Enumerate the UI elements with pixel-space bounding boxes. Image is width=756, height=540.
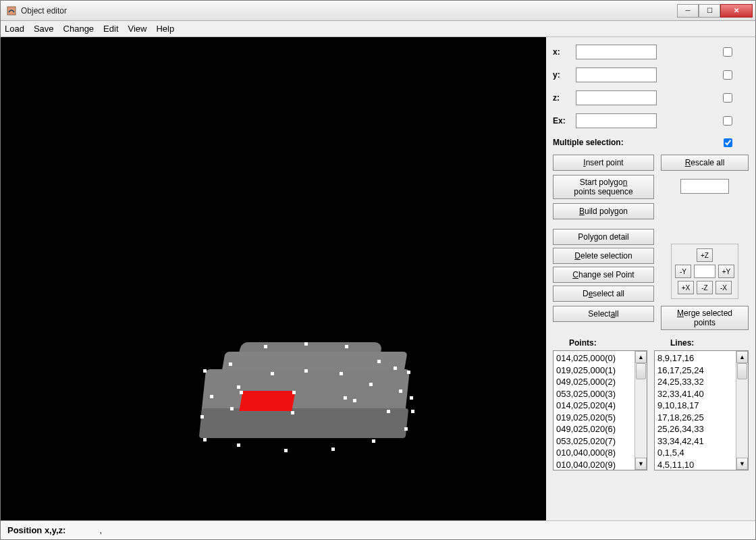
multiple-selection-checkbox[interactable] — [724, 138, 732, 147]
status-value: , — [99, 525, 102, 535]
ex-checkbox[interactable] — [723, 116, 732, 126]
status-label: Position x,y,z: — [7, 525, 65, 535]
statusbar: Position x,y,z: , — [1, 520, 755, 539]
list-item[interactable]: 010,040,000(8) — [556, 447, 632, 459]
y-input[interactable] — [576, 68, 657, 82]
window-title: Object editor — [21, 6, 677, 16]
minimize-button[interactable]: ─ — [677, 4, 699, 18]
scroll-up-icon[interactable]: ▲ — [635, 351, 647, 363]
maximize-button[interactable]: ☐ — [699, 4, 720, 18]
side-panel: x: y: z: Ex: — [546, 37, 755, 520]
menu-save[interactable]: Save — [34, 24, 54, 34]
list-item[interactable]: 4,5,11,10 — [657, 459, 733, 470]
list-item[interactable]: 16,17,25,24 — [657, 364, 733, 377]
scroll-down-icon[interactable]: ▼ — [736, 458, 748, 470]
viewport-3d[interactable] — [1, 37, 546, 520]
insert-point-button[interactable]: IInsert pointnsert point — [553, 155, 654, 171]
points-header: Points: — [553, 338, 647, 348]
ex-input[interactable] — [576, 113, 657, 128]
z-checkbox[interactable] — [723, 93, 732, 103]
list-item[interactable]: 8,9,17,16 — [657, 352, 733, 364]
list-item[interactable]: 049,025,020(6) — [556, 423, 632, 435]
list-item[interactable]: 019,025,020(5) — [556, 412, 632, 424]
ex-label: Ex: — [553, 116, 570, 126]
list-item[interactable]: 33,34,42,41 — [657, 435, 733, 448]
minus-z-button[interactable]: -Z — [697, 281, 713, 294]
x-input[interactable] — [576, 45, 657, 59]
menu-edit[interactable]: Edit — [103, 24, 118, 34]
list-item[interactable]: 9,10,18,17 — [657, 400, 733, 412]
build-polygon-button[interactable]: Build polygon — [553, 203, 654, 219]
scroll-up-icon[interactable]: ▲ — [736, 351, 748, 363]
change-sel-point-button[interactable]: Change sel Point — [553, 267, 654, 283]
list-item[interactable]: 25,26,34,33 — [657, 423, 733, 435]
z-input[interactable] — [576, 90, 657, 105]
x-label: x: — [553, 47, 570, 57]
close-button[interactable]: ✕ — [720, 4, 753, 18]
x-checkbox[interactable] — [723, 47, 732, 57]
deselect-all-button[interactable]: Deselect all — [553, 286, 654, 302]
lines-scrollbar[interactable]: ▲ ▼ — [736, 351, 748, 470]
delete-selection-button[interactable]: Delete selection — [553, 248, 654, 264]
scroll-down-icon[interactable]: ▼ — [635, 458, 647, 470]
model-preview — [196, 342, 412, 457]
list-item[interactable]: 053,025,000(3) — [556, 388, 632, 400]
menu-help[interactable]: Help — [156, 24, 174, 34]
lines-header: Lines: — [654, 338, 749, 348]
start-polygon-button[interactable]: Start polygon points sequence — [553, 175, 654, 199]
y-checkbox[interactable] — [723, 70, 732, 80]
lines-list[interactable]: 8,9,17,1616,17,25,2424,25,33,3232,33,41,… — [654, 350, 749, 470]
list-item[interactable]: 24,25,33,32 — [657, 376, 733, 388]
z-label: z: — [553, 93, 570, 103]
list-item[interactable]: 014,025,020(4) — [556, 400, 632, 412]
menu-change[interactable]: Change — [63, 24, 94, 34]
list-item[interactable]: 053,025,020(7) — [556, 435, 632, 448]
minus-y-button[interactable]: -Y — [675, 265, 691, 278]
plus-z-button[interactable]: +Z — [697, 248, 713, 262]
list-item[interactable]: 0,1,5,4 — [657, 447, 733, 459]
merge-points-button[interactable]: Merge selected points — [661, 306, 749, 330]
select-all-button[interactable]: Select all — [553, 306, 654, 322]
nav-pad: +Z -Y +Y +X -Z -X — [671, 244, 738, 299]
list-item[interactable]: 019,025,000(1) — [556, 364, 632, 377]
nav-value-input[interactable] — [694, 265, 716, 278]
titlebar: Object editor ─ ☐ ✕ — [1, 1, 755, 21]
rescale-all-button[interactable]: Rescale all — [661, 155, 749, 171]
list-item[interactable]: 014,025,000(0) — [556, 352, 632, 364]
points-list[interactable]: 014,025,000(0)019,025,000(1)049,025,000(… — [553, 350, 647, 470]
menubar: Load Save Change Edit View Help — [1, 21, 755, 37]
list-item[interactable]: 049,025,000(2) — [556, 376, 632, 388]
plus-y-button[interactable]: +Y — [718, 265, 734, 278]
multiple-selection-label: Multiple selection: — [553, 138, 624, 147]
plus-x-button[interactable]: +X — [678, 281, 694, 294]
polygon-detail-button[interactable]: Polygon detail — [553, 229, 654, 245]
window-controls: ─ ☐ ✕ — [677, 4, 753, 18]
svg-rect-0 — [7, 7, 16, 15]
y-label: y: — [553, 70, 570, 80]
points-scrollbar[interactable]: ▲ ▼ — [634, 351, 647, 470]
menu-load[interactable]: Load — [5, 24, 24, 34]
minus-x-button[interactable]: -X — [716, 281, 732, 294]
app-icon — [6, 5, 17, 16]
list-item[interactable]: 32,33,41,40 — [657, 388, 733, 400]
menu-view[interactable]: View — [128, 24, 147, 34]
list-item[interactable]: 010,040,020(9) — [556, 459, 632, 470]
rescale-input[interactable] — [680, 179, 729, 194]
list-item[interactable]: 17,18,26,25 — [657, 412, 733, 424]
